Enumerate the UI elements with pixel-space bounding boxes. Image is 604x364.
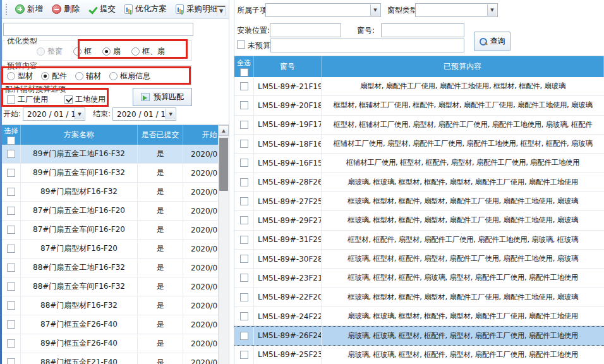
radio-icon[interactable] (41, 72, 49, 80)
row-checkbox[interactable] (7, 282, 15, 291)
radio-option-accessory[interactable]: 配件 (41, 71, 67, 82)
window-row-select-cell (234, 173, 254, 191)
window-row[interactable]: LM5L-89#-24F22扇玻璃, 框玻璃, 框型材, 框配件, 扇型材, 扇… (234, 307, 604, 326)
row-checkbox[interactable] (7, 320, 15, 329)
window-row[interactable]: LM5L-89#-18F16框辅材工厂使用, 扇型材, 扇配件工厂使用, 扇配件… (234, 135, 604, 154)
row-checkbox[interactable] (240, 274, 248, 282)
chevron-down-icon[interactable]: ▼ (487, 4, 497, 16)
row-checkbox[interactable] (240, 82, 248, 90)
row-checkbox[interactable] (240, 178, 248, 186)
toolbar-button-new[interactable]: 新增 (13, 3, 45, 16)
window-row[interactable]: LM5L-89#-31F29框型材, 框配件, 扇型材, 扇配件工厂使用, 扇配… (234, 231, 604, 250)
row-checkbox[interactable] (240, 121, 248, 129)
window-no-input[interactable] (381, 23, 464, 37)
radio-icon[interactable] (131, 47, 140, 56)
row-checkbox[interactable] (240, 255, 248, 263)
plan-row[interactable]: 87#门扇型材F16-F20是2020/0 (2, 240, 229, 258)
toolbar-button-optimize-plan[interactable]: 优化方案 (122, 3, 169, 16)
select-all-checkbox[interactable] (7, 136, 15, 145)
window-row[interactable]: LM5L-89#-25F23扇玻璃, 框玻璃, 框型材, 框配件, 扇型材, 扇… (234, 346, 604, 364)
row-checkbox[interactable] (240, 159, 248, 167)
plan-row[interactable]: 89#门扇五金车间F16-F32是2020/0 (2, 164, 229, 183)
panel-splitter[interactable] (229, 0, 234, 364)
row-checkbox[interactable] (240, 312, 248, 320)
budget-match-button[interactable]: 预算匹配 (133, 88, 192, 106)
query-button[interactable]: 查询 (474, 32, 510, 51)
radio-option-profile[interactable]: 型材 (7, 71, 33, 82)
window-row[interactable]: LM5L-89#-22F20框玻璃, 框型材, 框配件, 扇型材, 扇配件工厂使… (234, 288, 604, 307)
window-row[interactable]: LM5L-89#-20F18框型材, 框辅材工厂使用, 框配件, 扇型材, 扇配… (234, 96, 604, 115)
row-checkbox[interactable] (7, 188, 15, 196)
toolbar-button-submit[interactable]: 提交 (86, 3, 118, 16)
plan-row[interactable]: 87#门框五金F26-F40是2020/0 (2, 315, 229, 334)
window-row[interactable]: LM5L-89#-28F26扇玻璃, 框玻璃, 框型材, 框配件, 扇型材, 扇… (234, 173, 604, 192)
plan-row[interactable]: 88#门扇五金车间F16-F32是2020/0 (2, 277, 229, 296)
radio-option-aux-material[interactable]: 辅材 (75, 71, 101, 82)
radio-option-frame-sash[interactable]: 框、扇 (131, 46, 165, 57)
window-row[interactable]: LM5L-89#-21F19扇型材, 扇配件工厂使用, 扇配件工地使用, 框型材… (234, 77, 604, 96)
plan-row[interactable]: 87#门扇五金车间F16-F20是2020/0 (2, 221, 229, 240)
row-checkbox[interactable] (7, 339, 15, 348)
plan-row[interactable]: 89#门扇型材F16-F32是2020/0 (2, 183, 229, 202)
window-row[interactable]: LM5L-89#-16F15框辅材工厂使用, 框型材, 框配件, 扇型材, 扇配… (234, 154, 604, 173)
row-checkbox[interactable] (240, 101, 248, 109)
row-checkbox[interactable] (7, 226, 15, 234)
plan-row[interactable]: 87#门扇五金工地F16-F20是2020/0 (2, 202, 229, 221)
chevron-down-icon[interactable]: ▼ (166, 109, 175, 119)
checkbox-icon[interactable] (64, 95, 73, 104)
no-budget-checkbox[interactable] (237, 40, 245, 49)
row-checkbox[interactable] (240, 293, 248, 301)
row-checkbox[interactable] (240, 197, 248, 205)
scrollbar-thumb[interactable] (219, 138, 228, 191)
checkbox-option-site-use[interactable]: 工地使用 (64, 94, 106, 105)
row-checkbox[interactable] (7, 207, 15, 215)
toolbar-overflow-button[interactable]: ▼ (217, 6, 226, 16)
plan-row[interactable]: 89#门扇五金工地F16-F32是2020/0 (2, 145, 229, 164)
window-row[interactable]: LM5L-89#-26F24扇玻璃, 框玻璃, 框型材, 框配件, 扇型材, 扇… (234, 326, 604, 345)
radio-icon[interactable] (75, 72, 83, 80)
checkbox-icon[interactable] (7, 95, 15, 104)
radio-option-sash[interactable]: 扇 (102, 46, 121, 57)
row-checkbox[interactable] (7, 264, 15, 272)
radio-icon[interactable] (109, 72, 118, 80)
row-checkbox[interactable] (7, 245, 15, 253)
chevron-down-icon[interactable]: ▼ (75, 109, 84, 119)
radio-icon[interactable] (73, 47, 82, 56)
row-checkbox[interactable] (7, 301, 15, 310)
row-checkbox[interactable] (7, 358, 15, 364)
plan-filter-input[interactable] (3, 23, 193, 36)
row-checkbox[interactable] (240, 332, 248, 340)
row-checkbox[interactable] (240, 236, 248, 244)
chevron-down-icon[interactable]: ▼ (370, 4, 380, 16)
plan-row[interactable]: 88#门框五金F21-F40是2020/0 (2, 353, 229, 364)
window-row[interactable]: LM5L-89#-19F17框型材, 框辅材工厂使用, 扇型材, 扇配件工厂使用… (234, 116, 604, 135)
row-checkbox[interactable] (7, 150, 15, 158)
start-date-picker[interactable]: 2020 / 01 / 1 ▼ (23, 107, 85, 121)
radio-icon[interactable] (102, 47, 111, 56)
radio-icon[interactable] (7, 72, 15, 80)
window-row[interactable]: LM5L-89#-27F25框玻璃, 框型材, 框配件, 扇型材, 扇配件工厂使… (234, 192, 604, 211)
end-date-picker[interactable]: 2020 / 01 / 13 ▼ (112, 107, 176, 121)
window-row[interactable]: LM5L-89#-30F28框玻璃, 框型材, 框配件, 扇型材, 扇配件工厂使… (234, 250, 604, 269)
plan-table-scrollbar[interactable]: ▲ (218, 125, 229, 364)
sub-item-select[interactable]: ▼ (265, 3, 381, 17)
plan-row[interactable]: 88#门扇五金工地F16-F32是2020/0 (2, 258, 229, 277)
radio-option-frame[interactable]: 框 (73, 46, 92, 57)
row-checkbox[interactable] (240, 216, 248, 224)
toolbar-button-delete[interactable]: 删除 (49, 3, 82, 16)
window-row[interactable]: LM5L-89#-29F27框玻璃, 框型材, 框配件, 扇型材, 扇配件工厂使… (234, 211, 604, 230)
plan-row[interactable]: 88#门扇型材F16-F32是2020/0 (2, 296, 229, 315)
row-checkbox[interactable] (7, 169, 15, 177)
install-position-input[interactable] (270, 23, 341, 37)
select-all-checkbox[interactable] (240, 68, 248, 76)
plan-row[interactable]: 89#门框五金F26-F40是2020/0 (2, 334, 229, 353)
scroll-up-icon[interactable]: ▲ (219, 125, 229, 136)
budgeted-content-cell: 扇玻璃, 框玻璃, 框型材, 框配件, 扇型材, 扇配件工厂使用, 扇配件工地使… (322, 327, 604, 344)
window-type-select[interactable]: ▼ (415, 3, 498, 17)
row-checkbox[interactable] (240, 140, 248, 148)
checkbox-option-factory-use[interactable]: 工厂使用 (7, 94, 48, 105)
window-row[interactable]: LM5L-89#-23F21框玻璃, 框型材, 框配件, 扇玻璃, 扇型材, 扇… (234, 269, 604, 288)
radio-option-frame-sash-info[interactable]: 框扇信息 (109, 71, 150, 82)
row-checkbox[interactable] (240, 351, 248, 359)
no-budget-input[interactable] (270, 39, 464, 52)
